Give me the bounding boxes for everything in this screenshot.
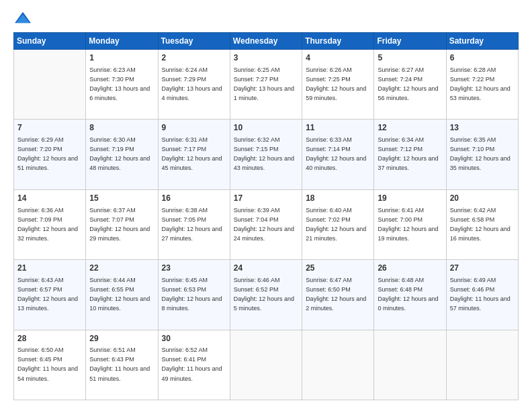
day-number: 24 [234,263,298,274]
calendar-cell: 18 Sunrise: 6:40 AMSunset: 7:02 PMDaylig… [302,189,374,259]
day-number: 14 [17,193,82,204]
calendar-cell: 11 Sunrise: 6:33 AMSunset: 7:14 PMDaylig… [302,120,374,189]
day-number: 2 [162,52,226,64]
cell-content: Sunrise: 6:39 AMSunset: 7:04 PMDaylight:… [234,207,294,242]
calendar-cell [446,330,518,400]
calendar-cell: 12 Sunrise: 6:34 AMSunset: 7:12 PMDaylig… [374,120,446,189]
day-number: 27 [450,263,515,274]
weekday-header-friday: Friday [374,33,446,50]
day-number: 15 [89,193,154,204]
cell-content: Sunrise: 6:52 AMSunset: 6:41 PMDaylight:… [162,347,222,381]
cell-content: Sunrise: 6:24 AMSunset: 7:29 PMDaylight:… [162,66,222,101]
calendar-week-5: 28 Sunrise: 6:50 AMSunset: 6:45 PMDaylig… [14,330,519,400]
calendar-cell: 13 Sunrise: 6:35 AMSunset: 7:10 PMDaylig… [446,120,518,189]
calendar-cell: 30 Sunrise: 6:52 AMSunset: 6:41 PMDaylig… [158,330,230,400]
cell-content: Sunrise: 6:32 AMSunset: 7:15 PMDaylight:… [234,136,294,171]
calendar-cell: 22 Sunrise: 6:44 AMSunset: 6:55 PMDaylig… [86,260,158,330]
cell-content: Sunrise: 6:33 AMSunset: 7:14 PMDaylight:… [306,136,366,171]
weekday-header-saturday: Saturday [446,33,518,50]
header [13,11,519,26]
day-number: 19 [378,193,442,204]
day-number: 28 [17,333,82,345]
day-number: 26 [378,263,442,274]
calendar-cell [230,330,302,400]
day-number: 25 [306,263,370,274]
day-number: 5 [378,52,442,64]
cell-content: Sunrise: 6:45 AMSunset: 6:53 PMDaylight:… [162,277,222,312]
calendar-cell [14,50,86,120]
weekday-header-wednesday: Wednesday [230,33,302,50]
calendar-cell: 6 Sunrise: 6:28 AMSunset: 7:22 PMDayligh… [446,50,518,120]
day-number: 29 [89,333,154,345]
day-number: 1 [89,52,154,64]
cell-content: Sunrise: 6:29 AMSunset: 7:20 PMDaylight:… [17,136,78,171]
cell-content: Sunrise: 6:49 AMSunset: 6:46 PMDaylight:… [450,277,511,312]
calendar-cell: 7 Sunrise: 6:29 AMSunset: 7:20 PMDayligh… [14,120,86,189]
calendar-week-1: 1 Sunrise: 6:23 AMSunset: 7:30 PMDayligh… [14,50,519,120]
day-number: 22 [89,263,154,274]
day-number: 10 [234,122,298,134]
calendar-cell [374,330,446,400]
cell-content: Sunrise: 6:27 AMSunset: 7:24 PMDaylight:… [378,66,438,101]
calendar-cell: 2 Sunrise: 6:24 AMSunset: 7:29 PMDayligh… [158,50,230,120]
weekday-header-monday: Monday [86,33,158,50]
calendar-cell: 27 Sunrise: 6:49 AMSunset: 6:46 PMDaylig… [446,260,518,330]
day-number: 12 [378,122,442,134]
day-number: 7 [17,122,82,134]
day-number: 18 [306,193,370,204]
calendar-week-3: 14 Sunrise: 6:36 AMSunset: 7:09 PMDaylig… [14,189,519,259]
calendar-cell: 9 Sunrise: 6:31 AMSunset: 7:17 PMDayligh… [158,120,230,189]
calendar-cell: 3 Sunrise: 6:25 AMSunset: 7:27 PMDayligh… [230,50,302,120]
calendar-cell: 17 Sunrise: 6:39 AMSunset: 7:04 PMDaylig… [230,189,302,259]
calendar-week-2: 7 Sunrise: 6:29 AMSunset: 7:20 PMDayligh… [14,120,519,189]
cell-content: Sunrise: 6:30 AMSunset: 7:19 PMDaylight:… [89,136,150,171]
day-number: 13 [450,122,515,134]
cell-content: Sunrise: 6:51 AMSunset: 6:43 PMDaylight:… [89,347,150,381]
day-number: 17 [234,193,298,204]
day-number: 8 [89,122,154,134]
calendar-cell: 20 Sunrise: 6:42 AMSunset: 6:58 PMDaylig… [446,189,518,259]
cell-content: Sunrise: 6:46 AMSunset: 6:52 PMDaylight:… [234,277,294,312]
cell-content: Sunrise: 6:37 AMSunset: 7:07 PMDaylight:… [89,207,150,242]
calendar-header-row: SundayMondayTuesdayWednesdayThursdayFrid… [14,33,519,50]
cell-content: Sunrise: 6:40 AMSunset: 7:02 PMDaylight:… [306,207,366,242]
calendar-cell: 19 Sunrise: 6:41 AMSunset: 7:00 PMDaylig… [374,189,446,259]
calendar-cell: 23 Sunrise: 6:45 AMSunset: 6:53 PMDaylig… [158,260,230,330]
day-number: 3 [234,52,298,64]
calendar-cell [302,330,374,400]
cell-content: Sunrise: 6:26 AMSunset: 7:25 PMDaylight:… [306,66,366,101]
cell-content: Sunrise: 6:38 AMSunset: 7:05 PMDaylight:… [162,207,222,242]
cell-content: Sunrise: 6:35 AMSunset: 7:10 PMDaylight:… [450,136,511,171]
calendar-cell: 25 Sunrise: 6:47 AMSunset: 6:50 PMDaylig… [302,260,374,330]
calendar-cell: 15 Sunrise: 6:37 AMSunset: 7:07 PMDaylig… [86,189,158,259]
calendar-cell: 1 Sunrise: 6:23 AMSunset: 7:30 PMDayligh… [86,50,158,120]
cell-content: Sunrise: 6:25 AMSunset: 7:27 PMDaylight:… [234,66,294,101]
weekday-header-tuesday: Tuesday [158,33,230,50]
cell-content: Sunrise: 6:28 AMSunset: 7:22 PMDaylight:… [450,66,511,101]
day-number: 20 [450,193,515,204]
calendar: SundayMondayTuesdayWednesdayThursdayFrid… [13,32,519,400]
calendar-cell: 8 Sunrise: 6:30 AMSunset: 7:19 PMDayligh… [86,120,158,189]
day-number: 23 [162,263,226,274]
cell-content: Sunrise: 6:44 AMSunset: 6:55 PMDaylight:… [89,277,150,312]
calendar-week-4: 21 Sunrise: 6:43 AMSunset: 6:57 PMDaylig… [14,260,519,330]
day-number: 21 [17,263,82,274]
calendar-cell: 14 Sunrise: 6:36 AMSunset: 7:09 PMDaylig… [14,189,86,259]
cell-content: Sunrise: 6:50 AMSunset: 6:45 PMDaylight:… [17,347,78,381]
cell-content: Sunrise: 6:23 AMSunset: 7:30 PMDaylight:… [89,66,150,101]
cell-content: Sunrise: 6:48 AMSunset: 6:48 PMDaylight:… [378,277,438,312]
calendar-cell: 24 Sunrise: 6:46 AMSunset: 6:52 PMDaylig… [230,260,302,330]
cell-content: Sunrise: 6:41 AMSunset: 7:00 PMDaylight:… [378,207,438,242]
day-number: 11 [306,122,370,134]
day-number: 16 [162,193,226,204]
calendar-cell: 10 Sunrise: 6:32 AMSunset: 7:15 PMDaylig… [230,120,302,189]
cell-content: Sunrise: 6:34 AMSunset: 7:12 PMDaylight:… [378,136,438,171]
calendar-cell: 5 Sunrise: 6:27 AMSunset: 7:24 PMDayligh… [374,50,446,120]
weekday-header-thursday: Thursday [302,33,374,50]
cell-content: Sunrise: 6:31 AMSunset: 7:17 PMDaylight:… [162,136,222,171]
cell-content: Sunrise: 6:36 AMSunset: 7:09 PMDaylight:… [17,207,78,242]
calendar-cell: 21 Sunrise: 6:43 AMSunset: 6:57 PMDaylig… [14,260,86,330]
day-number: 30 [162,333,226,345]
day-number: 6 [450,52,515,64]
calendar-cell: 16 Sunrise: 6:38 AMSunset: 7:05 PMDaylig… [158,189,230,259]
